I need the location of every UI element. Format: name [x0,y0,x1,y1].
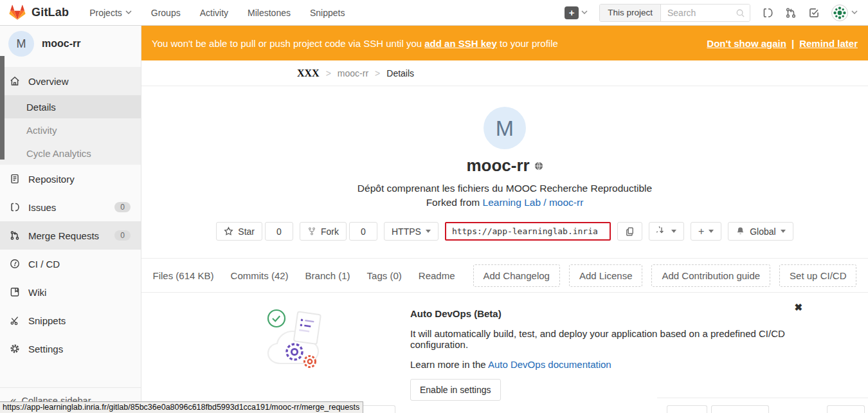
breadcrumb-separator: > [375,68,380,78]
sidebar-nav: Overview Details Activity Cycle Analytic… [0,67,141,363]
chevron-down-icon [851,10,858,15]
tab-files[interactable]: Files (614 KB) [153,270,214,281]
autodevops-docs-link[interactable]: Auto DevOps documentation [488,359,611,370]
banner-text: You won't be able to pull or push projec… [152,38,424,49]
sidebar-item-wiki[interactable]: Wiki [0,278,141,306]
ssh-key-banner: You won't be able to pull or push projec… [141,26,868,60]
sidebar-scrollbar[interactable] [0,56,5,160]
fork-count[interactable]: 0 [349,222,377,241]
sidebar-item-merge-requests[interactable]: Merge Requests 0 [0,221,141,250]
sidebar-item-repository[interactable]: Repository [0,165,141,193]
autodevops-illustration [262,302,339,374]
gitlab-brand[interactable]: GitLab [9,5,69,21]
forked-from-text: Forked from [426,197,483,208]
breadcrumb-project[interactable]: mooc-rr [338,68,368,78]
merge-requests-icon[interactable] [785,7,797,19]
sidebar-item-issues[interactable]: Issues 0 [0,193,141,221]
star-icon [224,226,233,236]
readme-card-top-border [657,398,868,398]
dont-show-again-link[interactable]: Don't show again [707,38,786,49]
sidebar-section-overview: Overview Details Activity Cycle Analytic… [0,67,141,165]
enable-in-settings-button[interactable]: Enable in settings [410,379,501,401]
caret-down-icon [781,230,786,233]
autodevops-description: It will automatically build, test, and d… [410,328,823,350]
fork-button[interactable]: Fork [300,222,347,241]
sidebar-project-header[interactable]: M mooc-rr [0,26,141,62]
tab-readme[interactable]: Readme [419,270,455,281]
auto-devops-callout: ✖ Auto DevOps (Beta) It will automatical… [186,293,823,413]
user-avatar [831,5,848,21]
sidebar-item-cycle-analytics[interactable]: Cycle Analytics [0,142,141,165]
search-icon [736,8,745,18]
browser-status-bar: https://app-learninglab.inria.fr/gitlab/… [0,401,363,413]
project-avatar: M [8,31,34,57]
issues-count-badge: 0 [114,202,131,212]
tab-branch[interactable]: Branch (1) [305,270,350,281]
breadcrumb-group[interactable]: XXX [297,68,320,79]
todos-icon[interactable] [808,7,820,19]
breadcrumb: XXX > mooc-rr > Details [141,60,868,86]
brand-name[interactable]: GitLab [32,6,69,19]
download-button[interactable] [649,222,684,241]
clipboard-icon [625,226,635,237]
new-menu-button[interactable]: + [565,6,588,19]
public-globe-icon [534,161,543,170]
sidebar-item-details[interactable]: Details [0,95,141,118]
project-actions: Star 0 Fork 0 HTTPS [141,222,868,241]
partial-button[interactable] [711,405,769,413]
chevron-down-icon [125,10,132,15]
remind-later-link[interactable]: Remind later [799,38,858,49]
tab-commits[interactable]: Commits (42) [231,270,289,281]
add-license-button[interactable]: Add License [569,264,643,287]
user-menu[interactable] [831,5,858,21]
project-description: Dépôt comprenant les fichiers du MOOC Re… [141,183,868,194]
breadcrumb-current: Details [386,68,414,78]
sidebar-item-activity[interactable]: Activity [0,118,141,142]
sidebar-item-settings[interactable]: Settings [0,335,141,363]
notification-dropdown[interactable]: Global [728,222,793,241]
clone-url-input[interactable] [445,222,611,241]
tab-tags[interactable]: Tags (0) [367,270,402,281]
merge-request-icon [10,230,20,241]
top-nav: Projects Groups Activity Milestones Snip… [89,8,345,18]
add-changelog-button[interactable]: Add Changelog [473,264,560,287]
add-contribution-guide-button[interactable]: Add Contribution guide [651,264,770,287]
partial-button[interactable] [667,405,707,413]
gitlab-logo-icon [9,5,26,21]
add-dropdown-button[interactable]: + [691,222,721,241]
nav-milestones[interactable]: Milestones [248,8,291,18]
forked-from-link[interactable]: Learning Lab / mooc-rr [483,197,584,208]
download-icon [656,226,667,237]
issues-icon[interactable] [762,7,773,19]
star-count[interactable]: 0 [265,222,293,241]
fork-icon [307,226,316,236]
chevron-down-icon [581,10,588,15]
sidebar-item-ci-cd[interactable]: CI / CD [0,250,141,278]
project-stats-nav: Files (614 KB) Commits (42) Branch (1) T… [141,259,868,293]
add-ssh-key-link[interactable]: add an SSH key [424,38,497,49]
nav-projects[interactable]: Projects [89,8,132,18]
star-button[interactable]: Star [216,222,262,241]
partial-button[interactable] [827,405,865,413]
close-icon[interactable]: ✖ [794,302,802,313]
search-group: This project [599,4,750,22]
banner-separator: | [791,38,794,49]
nav-snippets[interactable]: Snippets [310,8,345,18]
sidebar-item-snippets[interactable]: Snippets [0,306,141,335]
nav-groups[interactable]: Groups [151,8,181,18]
caret-down-icon [709,230,714,233]
caret-down-icon [426,230,431,233]
partial-button[interactable] [359,405,395,413]
sidebar-item-overview[interactable]: Overview [0,67,141,95]
breadcrumb-separator: > [326,68,331,78]
project-name: mooc-rr [42,38,80,50]
project-header: M mooc-rr Dépôt comprenant les fichiers … [141,86,868,208]
sidebar: M mooc-rr Overview Details Activity Cycl… [0,26,141,413]
copy-url-button[interactable] [617,222,642,241]
bell-icon [736,226,745,236]
protocol-dropdown[interactable]: HTTPS [384,222,439,241]
issues-icon [10,202,20,212]
search-scope-label: This project [600,5,661,21]
setup-cicd-button[interactable]: Set up CI/CD [779,264,856,287]
nav-activity[interactable]: Activity [200,8,228,18]
